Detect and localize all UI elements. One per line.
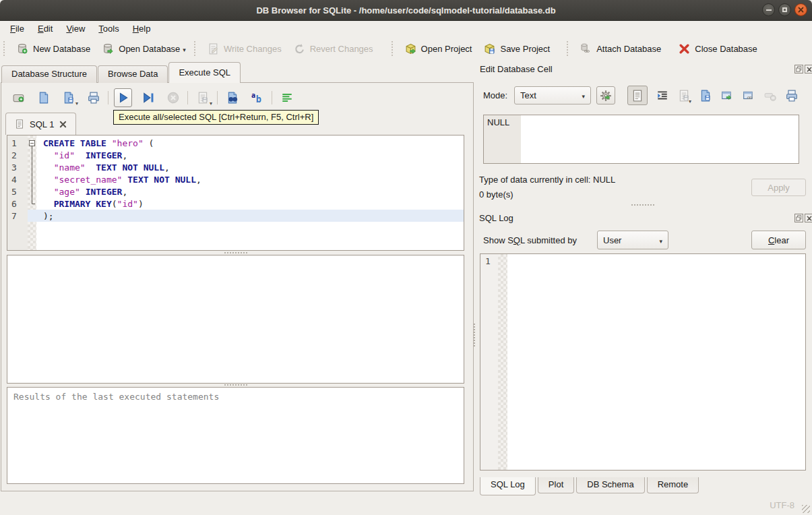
chevron-down-icon — [582, 90, 585, 100]
minimize-button[interactable] — [762, 3, 775, 16]
close-dock-button[interactable] — [805, 65, 812, 73]
open-database-button[interactable]: Open Database — [96, 39, 192, 59]
close-tab-icon[interactable] — [59, 121, 67, 128]
sql-file-icon — [15, 119, 24, 129]
menu-tools[interactable]: Tools — [92, 22, 125, 36]
separator — [272, 91, 272, 104]
find-replace-button[interactable] — [223, 88, 241, 107]
open-sql-tab-button[interactable] — [9, 88, 28, 107]
cell-editor-toolbar — [627, 86, 799, 105]
set-null-icon — [764, 90, 776, 102]
export-file-icon — [699, 90, 712, 102]
dock-tab-plot[interactable]: Plot — [538, 477, 574, 493]
revert-changes-button: Revert Changes — [288, 39, 379, 59]
import-data-button[interactable] — [596, 86, 615, 104]
save-project-icon — [484, 43, 495, 55]
word-wrap-button[interactable] — [656, 86, 669, 105]
open-sql-file-button[interactable] — [34, 88, 53, 107]
import-dropdown-icon — [689, 95, 691, 105]
menu-file[interactable]: File — [3, 22, 31, 36]
resize-grip[interactable] — [802, 505, 810, 513]
execute-all-button[interactable] — [114, 88, 132, 107]
code-lines: 1 CREATE TABLE "hero" ( 2 "id" INTEGER, … — [7, 137, 464, 222]
link-cell-button[interactable] — [742, 86, 755, 105]
clear-log-button[interactable]: Clear — [751, 231, 806, 249]
new-database-button[interactable]: New Database — [11, 39, 96, 59]
close-icon — [807, 67, 812, 72]
app-window: DB Browser for SQLite - /home/user/code/… — [0, 0, 812, 515]
tab-database-structure[interactable]: Database Structure — [1, 65, 97, 83]
save-sql-file-button[interactable] — [59, 88, 77, 107]
execution-status-pane: Results of the last executed statements — [7, 387, 464, 484]
export-file-button[interactable] — [699, 86, 712, 105]
print-cell-button[interactable] — [785, 86, 799, 105]
window-title: DB Browser for SQLite - /home/user/code/… — [256, 5, 555, 16]
execute-current-line-icon — [142, 92, 154, 104]
tooltip: Execute all/selected SQL [Ctrl+Return, F… — [113, 110, 319, 125]
close-button[interactable] — [794, 3, 807, 16]
sql-editor[interactable]: 1 CREATE TABLE "hero" ( 2 "id" INTEGER, … — [7, 135, 464, 251]
splitter-handle[interactable] — [7, 251, 464, 254]
splitter-handle[interactable] — [7, 384, 464, 386]
float-icon — [796, 215, 802, 221]
print-cell-icon — [786, 90, 798, 102]
open-external-button[interactable] — [720, 86, 734, 105]
menu-view[interactable]: View — [59, 22, 92, 36]
dock-tab-sql-log[interactable]: SQL Log — [480, 477, 536, 495]
code-line-current: 7 ); — [7, 210, 464, 222]
tab-browse-data[interactable]: Browse Data — [98, 65, 168, 83]
maximize-icon — [782, 7, 787, 12]
toolbar-handle[interactable] — [3, 41, 6, 56]
edit-cell-dock-title: Edit Database Cell — [480, 64, 553, 74]
cell-value-editor[interactable]: NULL — [483, 115, 799, 164]
toolbar-handle[interactable] — [392, 41, 394, 56]
dock-tab-db-schema[interactable]: DB Schema — [576, 477, 644, 493]
format-sql-button[interactable] — [278, 88, 296, 107]
open-sql-file-icon — [38, 92, 50, 104]
attach-database-button[interactable]: Attach Database — [574, 39, 667, 59]
toolbar-handle[interactable] — [194, 41, 197, 56]
execute-all-icon — [117, 92, 129, 104]
revert-changes-icon — [294, 43, 305, 55]
menu-help[interactable]: Help — [126, 22, 158, 36]
print-sql-button[interactable] — [84, 88, 102, 107]
find-replace-icon — [226, 92, 239, 104]
dock-splitter[interactable] — [474, 324, 475, 346]
open-project-button[interactable]: Open Project — [399, 39, 478, 59]
log-filter-select[interactable]: User — [597, 231, 668, 249]
mode-select[interactable]: Text — [514, 86, 591, 104]
toolbar-handle[interactable] — [567, 41, 569, 56]
stop-execution-button — [164, 88, 182, 107]
float-dock-button[interactable] — [794, 214, 803, 222]
float-dock-button[interactable] — [794, 65, 803, 73]
open-database-dropdown-icon[interactable] — [183, 44, 186, 54]
close-icon — [807, 216, 812, 221]
execute-current-line-button[interactable] — [139, 88, 157, 107]
auto-completion-button[interactable] — [248, 88, 266, 107]
log-filter-label: Show SQL submitted by — [483, 235, 577, 245]
maximize-button[interactable] — [778, 3, 791, 16]
close-dock-button[interactable] — [805, 214, 812, 222]
write-changes-button: Write Changes — [201, 39, 288, 59]
set-null-button — [763, 86, 777, 105]
open-project-icon — [405, 43, 416, 55]
cell-size-info: 0 byte(s) — [479, 189, 513, 200]
dock-tab-remote[interactable]: Remote — [647, 477, 699, 493]
sql-editor-tab[interactable]: SQL 1 — [5, 113, 76, 135]
results-placeholder: Results of the last executed statements — [7, 388, 464, 406]
menu-edit[interactable]: Edit — [31, 22, 59, 36]
save-sql-dropdown-icon[interactable] — [75, 97, 78, 107]
tab-execute-sql[interactable]: Execute SQL — [168, 62, 241, 83]
titlebar[interactable]: DB Browser for SQLite - /home/user/code/… — [0, 0, 812, 21]
save-project-button[interactable]: Save Project — [478, 39, 556, 59]
close-database-icon — [679, 43, 690, 55]
close-database-button[interactable]: Close Database — [673, 39, 763, 59]
sql-log-view[interactable]: 1 — [480, 253, 806, 471]
code-line: 2 "id" INTEGER, — [7, 149, 464, 161]
mode-label: Mode: — [483, 90, 507, 100]
separator — [108, 91, 108, 104]
separator — [187, 91, 188, 104]
text-mode-button[interactable] — [627, 86, 648, 105]
dock-splitter-handle[interactable] — [480, 203, 806, 207]
code-line: 1 CREATE TABLE "hero" ( — [7, 137, 464, 149]
